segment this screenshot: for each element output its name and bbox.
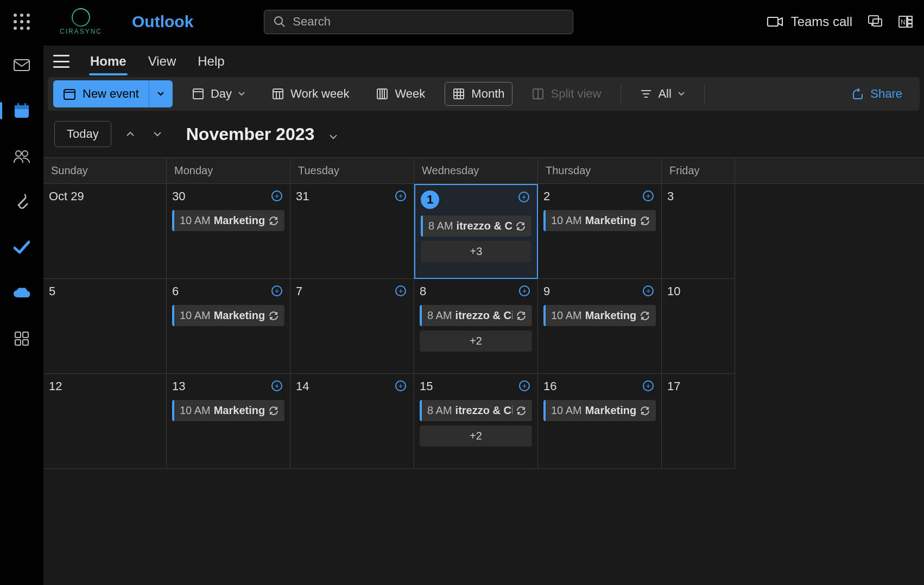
calendar-cell[interactable]: 9+10 AM Marketing t — [538, 279, 662, 374]
svg-point-0 — [275, 17, 282, 24]
teams-call-button[interactable]: Teams call — [767, 14, 852, 29]
hamburger-menu[interactable] — [53, 55, 69, 68]
add-event-icon[interactable]: + — [395, 285, 406, 296]
split-view[interactable]: Split view — [524, 82, 609, 105]
calendar-event[interactable]: 10 AM Marketing t — [543, 305, 656, 326]
view-month[interactable]: Month — [445, 82, 512, 106]
chat-icon — [868, 14, 883, 29]
next-month[interactable] — [149, 126, 166, 142]
new-event-button[interactable]: New event — [53, 80, 149, 107]
calendar-cell[interactable]: 31+ — [290, 184, 414, 279]
workweek-view-icon — [272, 88, 284, 100]
recurring-icon — [268, 405, 279, 416]
prev-month[interactable] — [122, 126, 138, 142]
day-view-icon — [192, 88, 204, 100]
onenote-icon: N — [898, 14, 913, 29]
add-event-icon[interactable]: + — [643, 285, 654, 296]
calendar-event[interactable]: 10 AM Marketing t — [172, 210, 284, 231]
svg-rect-25 — [273, 89, 283, 99]
calendar-cell[interactable]: 16+10 AM Marketing t — [538, 374, 662, 469]
add-event-icon[interactable]: + — [519, 285, 530, 296]
calendar-cell[interactable]: 7+ — [290, 279, 414, 374]
nav-calendar[interactable] — [11, 100, 33, 122]
month-title[interactable]: November 2023 — [186, 124, 338, 144]
calendar-event[interactable]: 8 AM itrezzo & Cira — [420, 400, 532, 421]
calendar-event[interactable]: 8 AM itrezzo & Cira — [420, 305, 532, 326]
nav-onedrive[interactable] — [11, 282, 33, 304]
calendar-cell[interactable]: 30+10 AM Marketing t — [167, 184, 290, 279]
calendar-event[interactable]: 10 AM Marketing t — [543, 400, 656, 421]
calendar-cell[interactable]: 13+10 AM Marketing t — [167, 374, 290, 469]
search-input[interactable] — [293, 15, 564, 29]
calendar-event[interactable]: 10 AM Marketing t — [172, 400, 284, 421]
tab-view[interactable]: View — [147, 48, 178, 74]
nav-mail[interactable] — [11, 54, 33, 76]
chevron-down-icon — [153, 131, 162, 137]
calendar-cell[interactable]: 1+8 AM itrezzo & Cira+3 — [414, 184, 538, 279]
calendar-cell[interactable]: 6+10 AM Marketing t — [167, 279, 290, 374]
calendar-event[interactable]: 8 AM itrezzo & Cira — [421, 215, 531, 237]
calendar-cell[interactable]: 17 — [662, 374, 735, 469]
day-header: Friday — [662, 158, 735, 183]
calendar-cell[interactable]: 2+10 AM Marketing t — [538, 184, 662, 279]
calendar-cell[interactable]: 8+8 AM itrezzo & Cira+2 — [414, 279, 538, 374]
share-icon — [852, 88, 864, 100]
more-events[interactable]: +2 — [420, 330, 532, 352]
calendar-cell[interactable]: 3 — [662, 184, 735, 279]
day-number: 13 — [172, 379, 284, 393]
view-workweek[interactable]: Work week — [264, 82, 357, 105]
app-name[interactable]: Outlook — [132, 12, 193, 31]
event-time: 10 AM — [551, 404, 582, 417]
calendar-cell[interactable]: 15+8 AM itrezzo & Cira+2 — [414, 374, 538, 469]
cirasync-swirl-icon — [68, 5, 93, 30]
calendar-event[interactable]: 10 AM Marketing t — [543, 210, 656, 231]
event-title: Marketing t — [585, 309, 636, 322]
event-title: itrezzo & Cira — [455, 309, 512, 322]
more-events[interactable]: +2 — [420, 425, 532, 447]
nav-more-apps[interactable] — [11, 328, 33, 349]
add-event-icon[interactable]: + — [271, 380, 282, 391]
search-box[interactable] — [264, 10, 573, 34]
calendar-event[interactable]: 10 AM Marketing t — [172, 305, 284, 326]
calendar-cell[interactable]: Oct 29 — [43, 184, 167, 279]
nav-people[interactable] — [11, 145, 33, 167]
more-events[interactable]: +3 — [421, 241, 531, 262]
svg-text:N: N — [901, 18, 906, 26]
add-event-icon[interactable]: + — [395, 380, 406, 391]
week-view-icon — [376, 88, 388, 100]
share-button[interactable]: Share — [844, 82, 910, 105]
day-header: Sunday — [43, 158, 167, 183]
new-event-dropdown[interactable] — [149, 80, 173, 107]
calendar-cell[interactable]: 5 — [43, 279, 167, 374]
add-event-icon[interactable]: + — [643, 190, 654, 201]
calendar-cell[interactable]: 12 — [43, 374, 167, 469]
event-time: 10 AM — [551, 214, 582, 227]
calendar-cell[interactable]: 10 — [662, 279, 735, 374]
view-day[interactable]: Day — [185, 82, 252, 105]
nav-files[interactable] — [11, 191, 33, 213]
tab-home[interactable]: Home — [89, 48, 128, 74]
tenant-logo: CIRASYNC — [60, 8, 102, 35]
add-event-icon[interactable]: + — [271, 285, 282, 296]
event-time: 8 AM — [427, 309, 452, 322]
day-header: Tuesday — [290, 158, 414, 183]
event-title: Marketing t — [214, 404, 265, 417]
svg-rect-19 — [15, 340, 21, 345]
add-event-icon[interactable]: + — [518, 192, 529, 202]
day-number: 17 — [667, 379, 729, 393]
add-event-icon[interactable]: + — [395, 190, 406, 201]
event-time: 8 AM — [428, 220, 453, 232]
today-button[interactable]: Today — [54, 121, 111, 147]
onenote-icon-button[interactable]: N — [898, 14, 913, 29]
nav-todo[interactable] — [11, 237, 33, 258]
add-event-icon[interactable]: + — [519, 380, 530, 391]
add-event-icon[interactable]: + — [271, 190, 282, 201]
filter-all[interactable]: All — [633, 82, 692, 105]
add-event-icon[interactable]: + — [643, 380, 654, 391]
calendar-cell[interactable]: 14+ — [290, 374, 414, 469]
tab-help[interactable]: Help — [197, 48, 225, 74]
view-week[interactable]: Week — [369, 82, 433, 105]
svg-rect-4 — [873, 19, 882, 26]
app-launcher[interactable] — [11, 11, 33, 33]
chat-icon-button[interactable] — [868, 14, 883, 29]
